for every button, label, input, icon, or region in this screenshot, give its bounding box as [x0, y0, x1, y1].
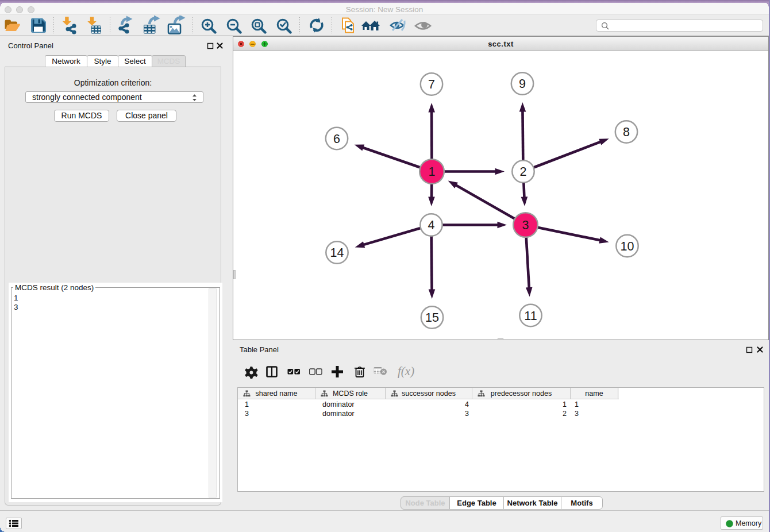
svg-text:11: 11 — [524, 309, 537, 323]
svg-text:10: 10 — [621, 240, 634, 253]
svg-text:9: 9 — [519, 77, 526, 91]
svg-text:4: 4 — [428, 218, 435, 232]
svg-text:3: 3 — [522, 218, 529, 232]
svg-text:8: 8 — [623, 125, 630, 139]
svg-text:14: 14 — [330, 246, 344, 260]
svg-text:7: 7 — [428, 78, 435, 91]
svg-text:1: 1 — [429, 165, 436, 179]
svg-text:6: 6 — [333, 132, 340, 146]
svg-text:15: 15 — [425, 311, 439, 325]
svg-text:2: 2 — [520, 165, 527, 179]
